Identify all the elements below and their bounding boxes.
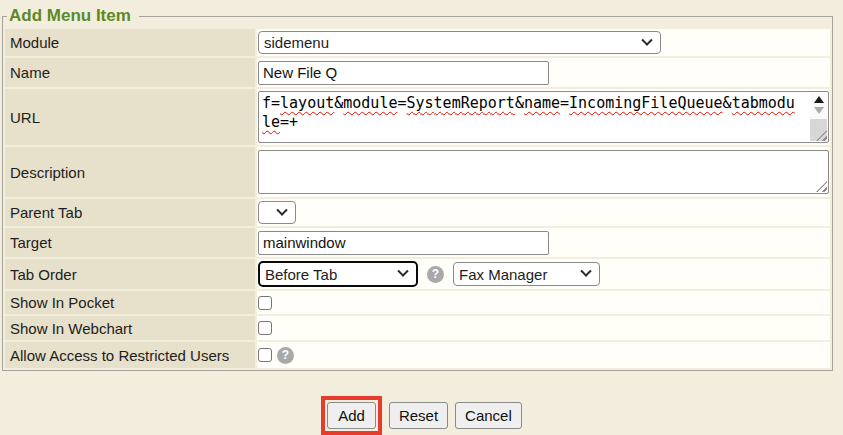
form-actions: Add Reset Cancel bbox=[0, 396, 843, 435]
tab-order-select[interactable]: Before Tab bbox=[258, 261, 418, 287]
add-button[interactable]: Add bbox=[327, 402, 376, 429]
parent-tab-select[interactable] bbox=[258, 201, 296, 224]
url-segment: = bbox=[397, 94, 406, 112]
reset-button[interactable]: Reset bbox=[389, 402, 448, 429]
show-in-webchart-checkbox[interactable] bbox=[258, 321, 272, 335]
row-tab-order: Tab Order Before Tab ? Fax Manager bbox=[5, 259, 830, 289]
row-show-in-webchart: Show In Webchart bbox=[5, 316, 830, 340]
url-segment: =+ bbox=[280, 113, 298, 131]
allow-restricted-checkbox[interactable] bbox=[258, 348, 272, 362]
url-misspelled-segment: name bbox=[524, 94, 560, 112]
url-label: URL bbox=[5, 89, 255, 145]
description-label: Description bbox=[5, 147, 255, 197]
target-input[interactable] bbox=[258, 231, 549, 255]
row-url: URL f=layout&module=SystemReport&name=In… bbox=[5, 89, 830, 145]
allow-restricted-label: Allow Access to Restricted Users bbox=[5, 342, 255, 368]
row-description: Description bbox=[5, 147, 830, 197]
red-highlight-annotation: Add bbox=[321, 396, 382, 435]
tab-order-label: Tab Order bbox=[5, 259, 255, 289]
tab-order-target-select-value: Fax Manager bbox=[459, 266, 547, 283]
row-module: Module sidemenu bbox=[5, 29, 830, 56]
tab-order-select-value: Before Tab bbox=[265, 266, 337, 283]
help-icon[interactable]: ? bbox=[427, 266, 444, 283]
scroll-down-icon[interactable] bbox=[814, 107, 824, 114]
chevron-down-icon bbox=[397, 266, 408, 277]
url-misspelled-segment: IncomingFileQueue bbox=[569, 94, 723, 112]
url-misspelled-segment: layout bbox=[280, 94, 334, 112]
show-in-webchart-label: Show In Webchart bbox=[5, 316, 255, 340]
module-label: Module bbox=[5, 29, 255, 56]
chevron-down-icon bbox=[276, 204, 287, 215]
scroll-up-icon[interactable] bbox=[814, 96, 824, 103]
module-select-value: sidemenu bbox=[264, 34, 329, 51]
row-show-in-pocket: Show In Pocket bbox=[5, 291, 830, 314]
description-textarea-text bbox=[259, 151, 801, 193]
url-textarea-text: f=layout&module=SystemReport&name=Incomi… bbox=[259, 92, 801, 142]
row-parent-tab: Parent Tab bbox=[5, 199, 830, 226]
chevron-down-icon bbox=[580, 266, 591, 277]
help-icon[interactable]: ? bbox=[277, 347, 294, 364]
url-segment: & bbox=[723, 94, 732, 112]
parent-tab-label: Parent Tab bbox=[5, 199, 255, 226]
url-segment: & bbox=[334, 94, 343, 112]
resize-grip-icon[interactable] bbox=[816, 181, 827, 192]
name-input[interactable] bbox=[258, 61, 549, 85]
url-misspelled-segment: module bbox=[343, 94, 397, 112]
row-name: Name bbox=[5, 58, 830, 87]
add-menu-item-form: Add Menu Item Module sidemenu Name URL f… bbox=[2, 6, 833, 371]
description-textarea[interactable] bbox=[258, 150, 829, 194]
row-allow-restricted: Allow Access to Restricted Users ? bbox=[5, 342, 830, 368]
cancel-button[interactable]: Cancel bbox=[455, 402, 522, 429]
module-select[interactable]: sidemenu bbox=[258, 31, 661, 54]
name-label: Name bbox=[5, 58, 255, 87]
url-segment: f= bbox=[262, 94, 280, 112]
url-segment: & bbox=[515, 94, 524, 112]
chevron-down-icon bbox=[641, 34, 652, 45]
form-title: Add Menu Item bbox=[7, 6, 139, 26]
url-misspelled-segment: SystemReport bbox=[407, 94, 515, 112]
row-target: Target bbox=[5, 228, 830, 257]
url-textarea[interactable]: f=layout&module=SystemReport&name=Incomi… bbox=[258, 91, 829, 143]
target-label: Target bbox=[5, 228, 255, 257]
tab-order-target-select[interactable]: Fax Manager bbox=[453, 262, 600, 286]
url-segment: = bbox=[560, 94, 569, 112]
show-in-pocket-checkbox[interactable] bbox=[258, 296, 272, 310]
show-in-pocket-label: Show In Pocket bbox=[5, 291, 255, 314]
